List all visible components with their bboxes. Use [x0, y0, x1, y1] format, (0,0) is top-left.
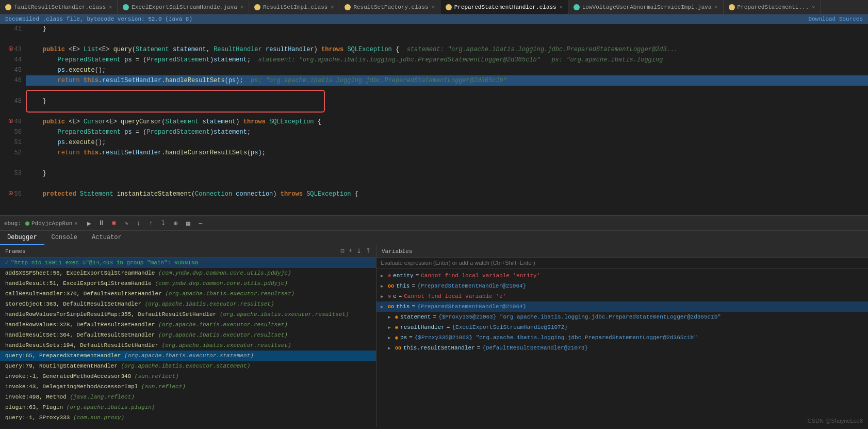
frame-item-active[interactable]: query:65, PreparedStatementHandler (org.… [0, 351, 376, 361]
var-resultSetHandler[interactable]: ▶ oo this.resultSetHandler = {DefaultRes… [376, 343, 868, 353]
vars-panel-header: Variables [376, 245, 868, 258]
frames-list[interactable]: ✓ "http-nio-18011-exec-5"@14,493 in grou… [0, 258, 376, 427]
info-bar: Decompiled .class file, bytecode version… [0, 14, 868, 24]
tab-console[interactable]: Console [44, 231, 85, 245]
code-line-45: ps.execute(); [26, 65, 868, 75]
code-content[interactable]: } public <E> List<E> query(Statement sta… [26, 24, 868, 215]
code-line-42 [26, 34, 868, 44]
tab-ResultSetFactory[interactable]: ResultSetFactory.class ✕ [339, 0, 440, 14]
close-icon[interactable]: ✕ [240, 4, 243, 10]
vars-search-input[interactable] [376, 258, 868, 268]
var-entity[interactable]: ▶ ⊗ entity = Cannot find local variable … [376, 271, 868, 281]
step-into-button[interactable]: ↓ [134, 218, 144, 229]
frame-item-8[interactable]: query:79, RoutingStatementHandler (org.a… [0, 361, 376, 371]
code-line-50: PreparedStatement ps = (PreparedStatemen… [26, 127, 868, 137]
line-56 [0, 199, 22, 210]
filter-icon[interactable]: ⊟ [341, 247, 345, 255]
code-line-49b: public <E> Cursor<E> queryCursor(Stateme… [26, 117, 868, 127]
step-out-button[interactable]: ↑ [146, 218, 156, 229]
object-icon: oo [388, 304, 394, 310]
scroll-up-icon[interactable]: ⤒ [366, 247, 371, 255]
breakpoint-icon: ⦿ [8, 44, 13, 55]
add-watch-icon[interactable]: + [349, 247, 352, 255]
run-tab-close[interactable]: ✕ [74, 220, 78, 227]
code-line-52: return this.resultSetHandler.handleCurso… [26, 148, 868, 158]
debug-label: ebug: [4, 220, 21, 227]
download-sources-link[interactable]: Download Sources [808, 16, 863, 22]
step-over-button[interactable]: ↷ [121, 218, 132, 229]
code-line-54 [26, 179, 868, 189]
line-49b: ⦿49 [0, 117, 22, 127]
object-icon: oo [395, 345, 401, 351]
close-icon[interactable]: ✕ [560, 4, 563, 10]
debug-toolbar: ebug: PddyjcAppRun ✕ ▶ ⏸ ■ ↷ ↓ ↑ ⤵ ⊕ ▦ ⋯ [0, 216, 868, 231]
close-icon[interactable]: ✕ [812, 4, 815, 10]
tab-debugger[interactable]: Debugger [0, 231, 44, 245]
frame-item-12[interactable]: plugin:63, Plugin (org.apache.ibatis.plu… [0, 402, 376, 412]
var-resultHandler[interactable]: ▶ ◉ resultHandler = {ExcelExportSqlStrea… [376, 322, 868, 332]
frame-item-3[interactable]: storeObject:363, DefaultResultSetHandler… [0, 299, 376, 309]
var-ps[interactable]: ▶ ◉ ps = {$Proxy335@21063} "org.apache.i… [376, 332, 868, 343]
tab-LowVoltageUserAbnormalServiceImpl[interactable]: LowVoltageUserAbnormalServiceImpl.java ✕ [568, 0, 724, 14]
watermark: CSDN @ShayneLee8 [808, 418, 863, 424]
close-icon[interactable]: ✕ [109, 4, 112, 10]
info-text: Decompiled .class file, bytecode version… [5, 16, 192, 22]
frame-item-11[interactable]: invoke:498, Method (java.lang.reflect) [0, 392, 376, 402]
code-line-47 [26, 86, 868, 96]
resume-button[interactable]: ▶ [84, 218, 94, 229]
tab-ResultSetImpl[interactable]: ResultSetImpl.class ✕ [249, 0, 339, 14]
frame-item-2[interactable]: callResultHandler:370, DefaultResultSetH… [0, 289, 376, 299]
frames-header-label: Frames [5, 248, 26, 255]
close-icon[interactable]: ✕ [715, 4, 718, 10]
field-icon: ◉ [395, 324, 398, 330]
tab-bar: faultResultSetHandler.class ✕ ExcelExpor… [0, 0, 868, 14]
code-line-46: return this.resultSetHandler.handleResul… [26, 75, 868, 86]
tab-PreparedStatementL[interactable]: PreparedStatementL... ✕ [724, 0, 821, 14]
line-45: 45 [0, 65, 22, 75]
frames-panel: Frames ⊟ + ⤓ ⤒ ✓ "http-nio-18011-exec-5"… [0, 245, 376, 427]
frame-item-6[interactable]: handleResultSet:304, DefaultResultSetHan… [0, 330, 376, 340]
frame-item-4[interactable]: handleRowValuesForSimpleResultMap:355, D… [0, 309, 376, 320]
frame-item-1[interactable]: handleResult:51, ExcelExportSqlStreamHan… [0, 278, 376, 289]
var-this-outer[interactable]: ▶ oo this = {PreparedStatementHandler@21… [376, 281, 868, 291]
var-statement[interactable]: ▶ ◉ statement = {$Proxy335@21063} "org.a… [376, 312, 868, 322]
code-line-51: ps.execute(); [26, 137, 868, 148]
tab-actuator[interactable]: Actuator [85, 231, 129, 245]
var-this-highlighted[interactable]: ▶ oo this = {PreparedStatementHandler@21… [376, 301, 868, 312]
tab-faultResultSetHandler[interactable]: faultResultSetHandler.class ✕ [0, 0, 118, 14]
code-line-43: public <E> List<E> query(Statement state… [26, 44, 868, 55]
expand-arrow-icon: ▶ [381, 283, 386, 289]
tab-icon [254, 4, 260, 10]
evaluate-button[interactable]: ⊕ [171, 218, 181, 229]
var-e[interactable]: ▶ ⊗ e = Cannot find local variable 'e' [376, 291, 868, 301]
tab-ExcelExportSqlStreamHandle[interactable]: ExcelExportSqlStreamHandle.java ✕ [118, 0, 249, 14]
tab-icon [574, 4, 580, 10]
line-43: ⦿43 [0, 44, 22, 55]
field-icon: ◉ [395, 314, 398, 320]
object-icon: oo [388, 283, 394, 289]
error-icon: ⊗ [388, 293, 391, 299]
frame-item-9[interactable]: invoke:-1, GeneratedMethodAccessor348 (s… [0, 371, 376, 382]
frame-thread[interactable]: ✓ "http-nio-18011-exec-5"@14,493 in grou… [0, 258, 376, 268]
frame-item-10[interactable]: invoke:43, DelegatingMethodAccessorImpl … [0, 382, 376, 392]
editor-area: 41 ⦿43 44 45 46 48 ⦿49 50 51 52 53 ⦿55 [0, 24, 868, 215]
more-button[interactable]: ⋯ [195, 218, 206, 229]
line-54 [0, 179, 22, 189]
scroll-down-icon[interactable]: ⤓ [356, 247, 362, 255]
vars-header-label: Variables [382, 248, 412, 255]
frame-item-7[interactable]: handleResultSets:194, DefaultResultSetHa… [0, 340, 376, 351]
frames-button[interactable]: ▦ [183, 218, 193, 229]
frame-item-13[interactable]: query:-1, $Proxy333 (com.sun.proxy) [0, 412, 376, 423]
close-icon[interactable]: ✕ [432, 4, 435, 10]
code-line-41: } [26, 24, 868, 34]
frame-item-0[interactable]: addSXSSFSheet:56, ExcelExportSqlStreamHa… [0, 268, 376, 278]
code-line-48: } [26, 96, 868, 106]
close-icon[interactable]: ✕ [331, 4, 334, 10]
tab-PreparedStatementHandler[interactable]: PreparedStatementHandler.class ✕ [440, 0, 568, 14]
stop-button[interactable]: ■ [109, 218, 119, 229]
pause-button[interactable]: ⏸ [96, 218, 107, 229]
run-tab[interactable]: PddyjcAppRun ✕ [25, 220, 78, 227]
line-47 [0, 86, 22, 96]
run-to-cursor-button[interactable]: ⤵ [158, 218, 169, 229]
frame-item-5[interactable]: handleRowValues:328, DefaultResultSetHan… [0, 320, 376, 330]
